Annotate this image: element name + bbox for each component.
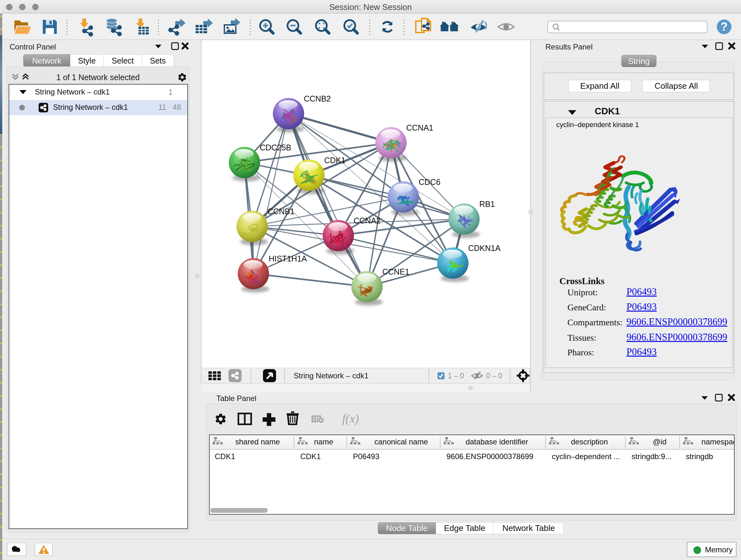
svg-text:?: ? bbox=[721, 20, 728, 33]
svg-text:1 – 0: 1 – 0 bbox=[448, 372, 464, 380]
svg-text:shared name: shared name bbox=[235, 437, 280, 446]
svg-text:CDK1: CDK1 bbox=[324, 156, 346, 165]
svg-text:String Network – cdk1: String Network – cdk1 bbox=[293, 371, 368, 380]
svg-text:canonical name: canonical name bbox=[374, 437, 428, 446]
svg-text:CCNB1: CCNB1 bbox=[267, 207, 294, 216]
svg-text:f(x): f(x) bbox=[342, 412, 359, 426]
svg-text:CCNB2: CCNB2 bbox=[304, 94, 331, 103]
svg-text:HIST1H1A: HIST1H1A bbox=[269, 254, 307, 263]
svg-text:@id: @id bbox=[653, 437, 666, 446]
svg-text:description: description bbox=[571, 437, 608, 446]
svg-text:CDC6: CDC6 bbox=[419, 178, 441, 186]
svg-text:namespace: namespace bbox=[701, 437, 734, 446]
svg-text:CDKN1A: CDKN1A bbox=[468, 244, 501, 253]
svg-text:0 – 0: 0 – 0 bbox=[486, 372, 502, 380]
svg-text:CCNE1: CCNE1 bbox=[382, 267, 409, 276]
svg-text:CCNA1: CCNA1 bbox=[406, 123, 433, 132]
svg-text:name: name bbox=[314, 437, 333, 446]
svg-text:RB1: RB1 bbox=[479, 199, 495, 208]
svg-text:CCNA2: CCNA2 bbox=[354, 216, 381, 225]
svg-text:database identifier: database identifier bbox=[466, 437, 528, 446]
svg-text:CDC25B: CDC25B bbox=[260, 143, 291, 152]
